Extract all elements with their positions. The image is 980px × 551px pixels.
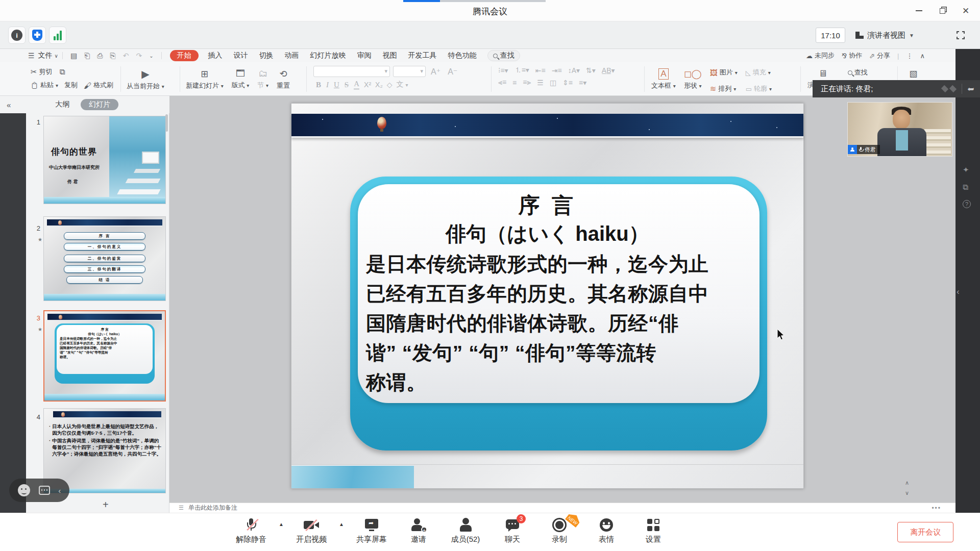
leave-meeting-button[interactable]: 离开会议 — [897, 522, 953, 542]
network-stats-button[interactable] — [49, 27, 66, 44]
panel-scrollbar[interactable] — [165, 114, 168, 132]
strikethrough-button[interactable]: S — [345, 81, 349, 89]
tab-special-features[interactable]: 特色功能 — [448, 51, 477, 60]
invite-button[interactable]: + 邀请 — [395, 516, 442, 544]
current-slide[interactable]: 序 言 俳句（はいく haiku） 是日本传统诗歌形式的一种，迄今为止 已经有五… — [291, 103, 804, 489]
tab-design[interactable]: 设计 — [234, 51, 248, 60]
help-icon[interactable]: ? — [963, 200, 971, 208]
speaker-video-thumbnail[interactable]: 佟君 — [847, 102, 952, 157]
reactions-button[interactable]: 表情 — [583, 516, 630, 544]
view-mode-dropdown[interactable]: 演讲者视图 ▼ — [855, 27, 914, 44]
tab-insert[interactable]: 插入 — [208, 51, 223, 60]
subscript-button[interactable]: X₂ — [375, 81, 383, 89]
next-slide-icon[interactable]: ∨ — [905, 490, 909, 496]
align-left-icon[interactable]: ⫷≡ — [498, 78, 506, 87]
justify-icon[interactable]: ☰ — [537, 79, 544, 87]
redo-icon[interactable]: ↷ — [136, 52, 142, 60]
mic-options-caret[interactable]: ▲ — [275, 521, 288, 527]
slide-thumbnail-1[interactable]: 俳句的世界 中山大学华南日本研究所 佟 君 — [43, 116, 166, 204]
reset-button[interactable]: ⟲重置 — [277, 64, 290, 94]
minimize-button[interactable] — [910, 3, 928, 18]
bold-button[interactable]: B — [316, 81, 321, 89]
ribbon-find2-button[interactable]: 查找 — [848, 66, 874, 79]
collaborate-button[interactable]: ⅋协作 — [842, 51, 862, 60]
magic-tools-icon[interactable]: ✦ — [963, 165, 969, 174]
record-button[interactable]: NEW 录制 — [536, 516, 583, 544]
more-dots-icon[interactable]: ⋮ — [906, 52, 913, 60]
chat-bubble-icon[interactable] — [39, 486, 50, 495]
shape-button[interactable]: ◻◯形状 ▾ — [684, 64, 702, 94]
line-spacing-icon[interactable]: ⇕≡ — [562, 79, 573, 87]
close-button[interactable]: ✕ — [957, 3, 975, 18]
settings-button[interactable]: 设置 — [630, 516, 677, 544]
new-slide-button[interactable]: ⊞新建幻灯片 ▾ — [186, 64, 224, 94]
tab-outline[interactable]: 大纲 — [55, 100, 69, 109]
floating-reaction-widget[interactable]: ‹ — [9, 479, 69, 502]
sync-status[interactable]: ☁未同步 — [806, 51, 835, 60]
pinyin-guide-icon[interactable]: 文 — [397, 80, 404, 89]
security-button[interactable] — [29, 27, 46, 44]
picture-button[interactable]: 🖼︎图片▾ — [710, 66, 738, 79]
tab-slideshow[interactable]: 幻灯片放映 — [310, 51, 346, 60]
tab-review[interactable]: 审阅 — [357, 51, 372, 60]
quickbar-more-icon[interactable]: ⌄ — [149, 53, 153, 59]
fullscreen-button[interactable] — [951, 27, 970, 44]
undo-icon[interactable]: ↶ — [123, 52, 129, 60]
slide-thumbnail-2[interactable]: 序 言 一、俳句的意义 二、俳句的鉴赏 三、俳句的翻译 结 语 — [43, 216, 166, 301]
unmute-button[interactable]: 解除静音 — [228, 516, 275, 544]
copy-small-icon[interactable]: ⧉ — [60, 66, 65, 78]
notes-bar[interactable]: ☰ 单击此处添加备注 ••• — [169, 503, 955, 513]
columns-icon[interactable]: ◫ — [550, 79, 556, 87]
tab-developer[interactable]: 开发工具 — [408, 51, 437, 60]
outline-button[interactable]: ▭轮廓▾ — [746, 83, 772, 95]
tab-home[interactable]: 开始 — [170, 50, 199, 61]
font-color-button[interactable]: A — [354, 80, 359, 90]
print-icon[interactable]: ⎙ — [97, 52, 103, 60]
fill-button[interactable]: ◺填充▾ — [746, 66, 772, 79]
info-button[interactable]: i — [8, 27, 26, 44]
ribbon-find-button[interactable]: 查找 — [487, 50, 520, 61]
clear-format-icon[interactable]: ◇ — [387, 81, 393, 89]
return-arrow-icon[interactable]: ➥ — [967, 84, 974, 94]
paragraph-more-icon[interactable]: ≡▾ — [579, 79, 586, 87]
save-icon[interactable]: ▤ — [70, 52, 77, 60]
share-button[interactable]: ⬀分享 — [869, 51, 890, 60]
textbox-button[interactable]: A文本框 ▾ — [651, 64, 676, 94]
previous-slide-icon[interactable]: ∧ — [905, 480, 909, 486]
align-right-icon[interactable]: ≡⫸ — [523, 78, 531, 87]
tab-slides[interactable]: 幻灯片 — [81, 99, 118, 110]
print-preview-icon[interactable]: ⎘ — [110, 52, 116, 60]
collapse-widget-icon[interactable]: ‹ — [58, 486, 61, 495]
align-center-icon[interactable]: ≡ — [512, 79, 517, 87]
superscript-button[interactable]: X² — [364, 81, 371, 89]
increase-font-icon[interactable]: A⁺ — [431, 67, 440, 77]
tab-view[interactable]: 视图 — [383, 51, 397, 60]
arrange-button[interactable]: ≋排列▾ — [710, 83, 738, 95]
paste-button[interactable]: 📋︎粘贴▾ — [31, 79, 58, 91]
menu-icon[interactable]: ☰ — [28, 52, 35, 60]
file-menu[interactable]: 文件 — [38, 51, 53, 60]
slide-thumbnail-3-selected[interactable]: 序 言 俳句（はいく haiku） 是日本传统诗歌形式的一种，迄今为止 已经有五… — [43, 310, 166, 402]
reaction-face-icon[interactable] — [18, 484, 30, 496]
cut-button[interactable]: ✂剪切 — [31, 66, 53, 78]
members-button[interactable]: 成员(52) — [442, 516, 489, 544]
italic-button[interactable]: I — [326, 81, 329, 89]
layout-button[interactable]: 🗔︎版式 ▾ — [232, 64, 250, 94]
indent-decrease-icon[interactable]: ⇤≡ — [535, 66, 546, 74]
text-direction-icon[interactable]: ↕A▾ — [568, 66, 580, 74]
chat-button[interactable]: 3 聊天 — [489, 516, 536, 544]
collapse-panel-icon[interactable]: « — [7, 101, 9, 109]
add-slide-button[interactable]: + — [103, 499, 109, 511]
align-text-icon[interactable]: ⇅▾ — [586, 66, 596, 74]
section-button[interactable]: 🗂︎节 ▾ — [257, 64, 268, 94]
format-painter-button[interactable]: 🖌︎格式刷 — [84, 79, 113, 91]
decrease-font-icon[interactable]: A⁻ — [448, 67, 457, 77]
tab-animation[interactable]: 动画 — [285, 51, 299, 60]
video-options-caret[interactable]: ▲ — [335, 521, 348, 527]
play-from-current-button[interactable]: ▶ 从当前开始 ▾ — [127, 64, 164, 94]
char-spacing-icon[interactable]: A̲B̲▾ — [602, 66, 615, 74]
export-icon[interactable]: ⎗ — [84, 52, 90, 60]
bullets-icon[interactable]: ⁝≡▾ — [498, 66, 508, 74]
underline-button[interactable]: U — [334, 81, 339, 89]
font-size-select[interactable] — [393, 66, 426, 77]
